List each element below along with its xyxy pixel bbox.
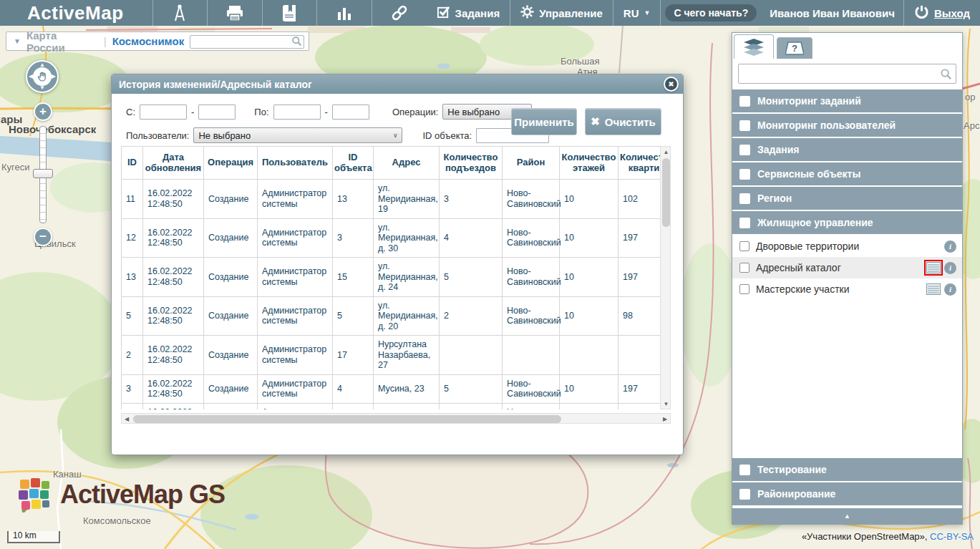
- info-icon[interactable]: i: [944, 283, 956, 296]
- pan-right-icon[interactable]: ▶: [52, 74, 56, 79]
- close-icon[interactable]: ✖: [664, 77, 679, 92]
- table-row[interactable]: 1316.02.2022 12:48:50СозданиеАдминистрат…: [122, 258, 661, 297]
- language-select[interactable]: RU ▼: [613, 0, 661, 26]
- table-cell: Администратор системы: [258, 180, 333, 219]
- sublayer-row[interactable]: Мастерские участкиi: [732, 278, 962, 300]
- column-header[interactable]: Район: [503, 147, 560, 180]
- tab-layers[interactable]: [734, 34, 774, 59]
- search-icon[interactable]: [940, 68, 952, 80]
- scroll-down-icon[interactable]: ▼: [661, 399, 671, 409]
- group-label: Районирование: [757, 488, 835, 500]
- tasks-button[interactable]: Задания: [427, 0, 510, 26]
- group-checkbox[interactable]: [739, 120, 750, 131]
- reference-icon[interactable]: [262, 0, 317, 26]
- open-table-icon[interactable]: [926, 262, 941, 273]
- vertical-scroll-thumb[interactable]: [662, 158, 670, 227]
- group-checkbox[interactable]: [739, 465, 750, 475]
- active-layer-item[interactable]: Космоснимок: [112, 35, 185, 47]
- pan-control[interactable]: ▲ ▼ ◀ ▶: [26, 60, 59, 93]
- scroll-left-icon[interactable]: ◀: [122, 414, 132, 424]
- group-checkbox[interactable]: [739, 218, 750, 228]
- management-button[interactable]: Управление: [510, 0, 613, 26]
- base-layer-item[interactable]: Карта России: [26, 29, 98, 54]
- attribution-license-link[interactable]: CC-BY-SA: [930, 531, 974, 542]
- table-cell: 13: [333, 180, 374, 219]
- info-icon[interactable]: i: [944, 241, 956, 253]
- time-to-input[interactable]: [332, 105, 369, 120]
- onboarding-button[interactable]: С чего начать?: [665, 4, 757, 21]
- search-icon[interactable]: [291, 36, 302, 47]
- column-header[interactable]: Пользователь: [258, 147, 333, 180]
- share-link-icon[interactable]: [372, 0, 427, 26]
- print-icon[interactable]: [207, 0, 262, 26]
- layer-search-input[interactable]: [738, 64, 956, 84]
- sublayer-row[interactable]: Адресный каталогi: [732, 257, 962, 278]
- table-cell: 16.02.2022 12:48:50: [143, 403, 204, 409]
- map-label: Арск: [964, 120, 980, 131]
- layer-group-row[interactable]: Регион: [732, 187, 962, 210]
- date-to-input[interactable]: [273, 105, 321, 120]
- horizontal-scrollbar[interactable]: ◀ ▶: [121, 413, 671, 424]
- group-checkbox[interactable]: [739, 96, 750, 107]
- apply-button[interactable]: Применить: [511, 108, 577, 135]
- sublayer-label: Дворовые территории: [756, 241, 859, 252]
- scroll-up-icon[interactable]: ▲: [661, 147, 671, 157]
- zoom-out-button[interactable]: −: [34, 228, 52, 246]
- layer-checkbox[interactable]: [739, 263, 749, 273]
- table-row[interactable]: 516.02.2022 12:48:50СозданиеАдминистрато…: [122, 296, 661, 336]
- table-row[interactable]: 416.02.2022 12:48:50СозданиеАдминистрато…: [122, 403, 661, 409]
- column-header[interactable]: ID: [122, 147, 143, 180]
- sublayer-icons: i: [926, 262, 956, 274]
- group-checkbox[interactable]: [739, 489, 750, 500]
- group-checkbox[interactable]: [739, 169, 750, 180]
- chevron-down-icon: ▼: [644, 9, 650, 16]
- statistics-icon[interactable]: [316, 0, 372, 26]
- scroll-right-icon[interactable]: ▶: [660, 414, 670, 424]
- open-table-icon[interactable]: [926, 283, 941, 295]
- logout-button[interactable]: Выход: [904, 0, 980, 26]
- column-header[interactable]: Количество подъездов: [440, 147, 503, 180]
- sublayer-row[interactable]: Дворовые территорииi: [732, 235, 962, 257]
- column-header[interactable]: Количество квартир: [618, 147, 661, 180]
- group-checkbox[interactable]: [739, 193, 750, 204]
- table-row[interactable]: 1216.02.2022 12:48:50СозданиеАдминистрат…: [122, 218, 661, 258]
- table-row[interactable]: 216.02.2022 12:48:50СозданиеАдминистрато…: [122, 336, 661, 375]
- date-from-input[interactable]: [140, 105, 187, 120]
- table-cell: Администратор системы: [258, 218, 333, 258]
- clear-button[interactable]: ✖ Очистить: [585, 108, 661, 135]
- management-label: Управление: [539, 7, 603, 19]
- tab-legend[interactable]: ?: [777, 37, 812, 59]
- map-search-input[interactable]: [190, 35, 304, 49]
- zoom-slider-handle[interactable]: [33, 169, 53, 178]
- horizontal-scroll-thumb[interactable]: [133, 415, 561, 423]
- info-icon[interactable]: i: [944, 262, 956, 274]
- time-from-input[interactable]: [198, 105, 236, 120]
- layer-group-row[interactable]: Тестирование: [732, 458, 962, 481]
- layer-group-row[interactable]: Мониторинг пользователей: [732, 114, 962, 137]
- zoom-in-button[interactable]: +: [34, 102, 52, 121]
- column-header[interactable]: Адрес: [374, 147, 440, 180]
- table-row[interactable]: 1116.02.2022 12:48:50СозданиеАдминистрат…: [122, 180, 661, 219]
- table-cell: Создание: [204, 296, 258, 336]
- column-header[interactable]: ID объекта: [333, 147, 374, 180]
- layer-group-row[interactable]: Районирование: [732, 482, 962, 505]
- layer-group-row[interactable]: Задания: [732, 138, 962, 161]
- chevron-down-icon[interactable]: ▼: [14, 37, 21, 45]
- group-checkbox[interactable]: [739, 145, 750, 155]
- column-header[interactable]: Количество этажей: [560, 147, 618, 180]
- table-cell: 4: [122, 403, 143, 409]
- layer-group-row[interactable]: Мониторинг заданий: [732, 89, 962, 112]
- users-select[interactable]: Не выбрано ∨: [193, 127, 402, 143]
- dialog-header[interactable]: История изменений/Адресный каталог: [112, 74, 683, 94]
- layer-checkbox[interactable]: [739, 284, 749, 294]
- layer-group-row[interactable]: Жилищное управление: [732, 211, 962, 234]
- layer-checkbox[interactable]: [739, 241, 749, 251]
- vertical-scrollbar[interactable]: ▲ ▼: [660, 146, 671, 409]
- layer-group-row[interactable]: Сервисные объекты: [732, 162, 962, 185]
- measure-icon[interactable]: [152, 0, 208, 26]
- table-row[interactable]: 316.02.2022 12:48:50СозданиеАдминистрато…: [122, 374, 661, 403]
- pan-down-icon[interactable]: ▼: [39, 85, 45, 91]
- column-header[interactable]: Дата обновления: [143, 147, 204, 180]
- column-header[interactable]: Операция: [204, 147, 258, 180]
- panel-collapse-button[interactable]: ▲: [732, 508, 962, 524]
